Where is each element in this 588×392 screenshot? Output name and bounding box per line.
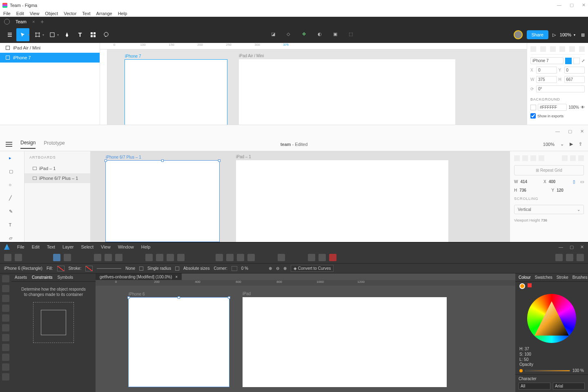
play-icon[interactable]: ▶ [570,141,573,147]
snap-icon[interactable] [53,254,60,261]
chevron-down-icon[interactable]: ▾ [42,33,44,37]
canvas-frame[interactable]: iPad Air / Mini [239,59,455,125]
w-input[interactable]: 414 [520,179,527,184]
align-center-icon[interactable] [278,254,285,261]
repeat-grid-button[interactable]: ⊞ Repeat Grid [514,165,584,175]
cloud-icon[interactable] [566,254,573,261]
transparency-tool[interactable] [2,354,9,361]
text-tool[interactable]: T [74,28,87,41]
menu-arrange[interactable]: Arrange [96,11,112,16]
convert-button[interactable]: ◈ Convert to Curves [291,265,334,272]
align-icon[interactable] [237,254,244,261]
show-exports-checkbox[interactable] [530,113,536,119]
menu-text[interactable]: Text [47,244,55,249]
chevron-down-icon[interactable]: ⌄ [560,141,564,147]
font-family-select[interactable]: Arial [553,383,585,390]
tab-name[interactable]: Team [16,19,27,24]
arrange-icon[interactable] [177,254,185,261]
tab-close-icon[interactable]: × [175,275,178,279]
snap-icon[interactable] [64,254,71,261]
layer-item[interactable]: iPad – 1 [24,164,90,173]
color-swatch[interactable] [530,105,536,110]
tab-swatches[interactable]: Swatches [535,275,552,280]
zoom-level[interactable]: 100% [543,142,555,147]
resize-handle[interactable] [178,296,180,299]
align-hcenter-icon[interactable] [540,46,546,52]
secondary-color-icon[interactable] [528,283,532,287]
canvas-artboard[interactable]: iPad – 1 [236,160,448,242]
close-icon[interactable]: ✕ [580,244,584,250]
menu-file[interactable]: File [3,11,11,16]
menu-help[interactable]: Help [118,11,127,16]
canvas-artboard[interactable]: iPad [243,297,447,387]
close-icon[interactable]: ✕ [580,129,584,134]
corner-tool[interactable] [2,305,9,312]
component-tool[interactable] [87,28,100,41]
resize-handle[interactable] [228,296,230,299]
align-icon[interactable] [539,155,544,161]
canvas-artboard[interactable]: iPhone 6/7 Plus – 1 [105,160,220,242]
close-icon[interactable]: ✕ [582,2,586,8]
tab-add-icon[interactable]: + [40,18,44,25]
menu-icon[interactable] [6,142,12,147]
persona-icon[interactable] [4,254,11,261]
scrolling-select[interactable]: Vertical⌄ [514,205,584,214]
resize-icon[interactable]: ⤢ [581,58,585,63]
dist-icon[interactable] [562,155,568,161]
help-icon[interactable] [577,254,584,261]
arrange-icon[interactable] [156,254,163,261]
canvas-artboard[interactable]: iPhone 6 [128,297,229,387]
rotation-input[interactable]: 0° [536,85,585,92]
flip-icon[interactable] [226,254,234,261]
layer-item[interactable]: iPad Air / Mini [0,43,100,53]
artboard-tool[interactable]: ▱ [9,235,16,241]
pen-tool[interactable] [2,314,9,322]
flatten-icon[interactable]: ⬚ [349,31,355,38]
visibility-icon[interactable]: 👁 [581,105,585,110]
stroke-width-slider[interactable] [97,268,121,269]
history-icon[interactable] [4,19,10,25]
single-radius-checkbox[interactable] [139,267,143,271]
align-icon[interactable] [247,254,255,261]
menu-file[interactable]: File [17,244,24,249]
opacity-handle-icon[interactable] [519,369,523,372]
align-left-icon[interactable] [530,46,536,52]
rotate-icon[interactable]: ◇ [287,31,293,38]
affinity-canvas[interactable]: getfives-onboarding [Modified] (100.0%)×… [96,273,515,392]
flip-icon[interactable] [216,254,223,261]
figma-canvas[interactable]: 0100150200250300375 iPhone 7 iPad Air / … [100,43,527,125]
zoom-level[interactable]: 100% [560,32,571,37]
color-wheel[interactable] [527,294,576,343]
resize-handle[interactable] [105,159,107,162]
menu-window[interactable]: Window [118,244,134,249]
align-icon[interactable] [514,155,520,161]
order-icon[interactable] [94,254,101,261]
menu-edit[interactable]: Edit [16,11,24,16]
snap-icon[interactable] [329,254,336,261]
resize-handle[interactable] [161,159,164,162]
ellipse-tool[interactable]: ○ [9,182,16,187]
minimize-icon[interactable]: — [557,2,561,8]
pen-tool[interactable] [60,28,74,41]
mask-icon[interactable]: ◐ [318,31,324,38]
layer-item-selected[interactable]: iPhone 7 [0,53,100,63]
x-input[interactable]: 0 [536,67,557,74]
tab-close-icon[interactable]: × [32,19,35,24]
tab-colour[interactable]: Colour [519,275,530,280]
op-icon[interactable]: ⊕ [269,266,272,271]
align-right-icon[interactable] [550,46,556,52]
order-icon[interactable] [115,254,122,261]
tab-design[interactable]: Design [20,140,36,149]
document-tab[interactable]: getfives-onboarding [Modified] (100.0%)× [96,273,182,280]
chevron-down-icon[interactable]: ▾ [57,33,59,37]
menu-edit[interactable]: Edit [32,244,40,249]
menu-select[interactable]: Select [81,244,94,249]
minimize-icon[interactable]: — [559,244,563,250]
grid-icon[interactable] [318,254,326,261]
align-icon[interactable]: ✥ [302,31,309,38]
node-tool[interactable] [2,295,9,302]
tab-assets[interactable]: Assets [15,275,27,280]
align-icon[interactable] [530,155,536,161]
opacity-slider[interactable] [525,370,570,372]
resize-handle[interactable] [218,159,220,162]
